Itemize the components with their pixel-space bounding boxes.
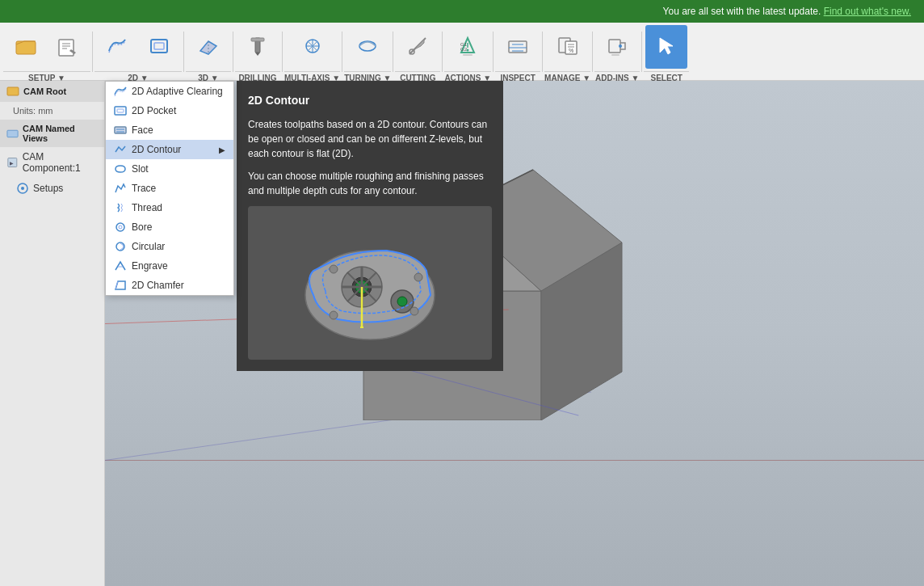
svg-point-63 — [330, 311, 338, 319]
svg-text:%: % — [569, 48, 573, 53]
svg-rect-5 — [151, 40, 167, 53]
divider-3 — [233, 32, 233, 72]
select-button[interactable] — [645, 25, 687, 69]
tooltip-desc2: You can choose multiple roughing and fin… — [248, 169, 492, 198]
dropdown-menu: 2D Adaptive Clearing 2D Pocket Face 2D C… — [105, 81, 234, 296]
svg-text:G2: G2 — [460, 47, 468, 52]
svg-point-35 — [21, 187, 24, 190]
divider-8 — [493, 32, 494, 72]
svg-rect-27 — [609, 40, 620, 53]
toolbar-group-addins: ADD-INS ▼ — [594, 23, 640, 80]
sidebar: CAM Root Units: mm CAM Named Views ▶ CAM… — [0, 81, 105, 586]
menu-item-2d-contour[interactable]: 2D Contour ▶ — [106, 140, 233, 159]
svg-point-28 — [619, 44, 622, 48]
toolbar-group-3d: 3D ▼ — [186, 23, 231, 80]
svg-rect-43 — [115, 127, 126, 133]
sidebar-item-cam-named-views[interactable]: CAM Named Views — [0, 120, 104, 147]
toolbar-group-setup: SETUP ▼ — [3, 23, 90, 80]
sidebar-item-units: Units: mm — [0, 102, 104, 120]
turning-button[interactable] — [346, 25, 388, 69]
menu-item-bore[interactable]: Bore — [106, 217, 233, 237]
2d-pocket-button[interactable] — [138, 25, 180, 69]
divider-1 — [92, 32, 93, 72]
inspect-button[interactable] — [497, 25, 539, 69]
toolbar-group-select: SELECT — [644, 23, 689, 80]
setup-folder-button[interactable] — [5, 25, 47, 69]
divider-7 — [442, 32, 443, 72]
divider-9 — [542, 32, 543, 72]
update-banner: You are all set with the latest update. … — [0, 0, 924, 23]
manage-button[interactable]: % — [547, 25, 589, 69]
tooltip-title: 2D Contour — [248, 92, 492, 109]
sidebar-item-setups[interactable]: Setups — [0, 178, 104, 199]
menu-item-circular[interactable]: Circular — [106, 237, 233, 256]
3d-button[interactable] — [187, 25, 229, 69]
multiaxis-button[interactable] — [292, 25, 334, 69]
menu-item-slot[interactable]: Slot — [106, 159, 233, 179]
cutting-button[interactable] — [397, 25, 439, 69]
svg-rect-8 — [251, 38, 264, 41]
menu-item-2d-chamfer[interactable]: 2D Chamfer — [106, 276, 233, 295]
divider-4 — [282, 32, 283, 72]
toolbar-group-cutting: CUTTING — [395, 23, 440, 80]
menu-item-trace[interactable]: Trace — [106, 179, 233, 198]
sidebar-item-cam-component[interactable]: ▶ CAM Component:1 — [0, 147, 104, 178]
2d-adaptive-button[interactable] — [96, 25, 138, 69]
drilling-button[interactable] — [237, 25, 279, 69]
divider-2 — [183, 32, 184, 72]
contour-arrow: ▶ — [219, 145, 225, 154]
sidebar-item-cam-root[interactable]: CAM Root — [0, 81, 104, 102]
toolbar-group-manage: % MANAGE ▼ — [544, 23, 590, 80]
toolbar-group-inspect: INSPECT — [495, 23, 540, 80]
svg-rect-1 — [59, 40, 74, 56]
toolbar-group-turning: TURNING ▼ — [344, 23, 391, 80]
svg-point-62 — [330, 265, 338, 273]
svg-point-65 — [410, 307, 418, 315]
actions-button[interactable]: G1 G2 — [447, 25, 489, 69]
setup-open-button[interactable] — [47, 25, 89, 69]
menu-item-thread[interactable]: Thread — [106, 198, 233, 217]
menu-item-engrave[interactable]: Engrave — [106, 256, 233, 276]
addins-button[interactable] — [596, 25, 638, 69]
menu-item-face[interactable]: Face — [106, 120, 233, 140]
menu-item-2d-adaptive[interactable]: 2D Adaptive Clearing — [106, 82, 233, 101]
divider-6 — [393, 32, 393, 72]
toolbar-group-2d: 2D ▼ — [94, 23, 182, 80]
banner-link[interactable]: Find out what's new. — [824, 6, 911, 17]
svg-rect-6 — [154, 43, 164, 49]
toolbar-group-multiaxis: MULTI-AXIS ▼ — [284, 23, 340, 80]
tooltip-image — [248, 206, 492, 360]
banner-text: You are all set with the latest update. — [663, 6, 821, 17]
svg-point-64 — [414, 273, 422, 281]
svg-rect-29 — [611, 54, 620, 56]
svg-rect-42 — [117, 109, 124, 112]
svg-rect-41 — [115, 107, 126, 115]
svg-rect-30 — [7, 87, 19, 95]
menu-item-2d-pocket[interactable]: 2D Pocket — [106, 101, 233, 120]
tooltip-popup: 2D Contour Creates toolpaths based on a … — [237, 81, 503, 371]
divider-11 — [641, 32, 642, 72]
svg-text:▶: ▶ — [10, 160, 14, 166]
toolbar-group-drilling: DRILLING — [235, 23, 280, 80]
svg-point-10 — [359, 41, 376, 51]
svg-point-47 — [119, 226, 122, 229]
divider-5 — [342, 32, 342, 72]
svg-point-46 — [116, 223, 124, 231]
svg-point-59 — [397, 297, 407, 306]
svg-rect-31 — [7, 130, 18, 137]
svg-rect-15 — [463, 54, 472, 56]
toolbar-group-actions: G1 G2 ACTIONS ▼ — [444, 23, 491, 80]
toolbar: SETUP ▼ 2D ▼ — [0, 23, 924, 81]
divider-10 — [592, 32, 593, 72]
tooltip-desc1: Creates toolpaths based on a 2D contour.… — [248, 117, 492, 161]
